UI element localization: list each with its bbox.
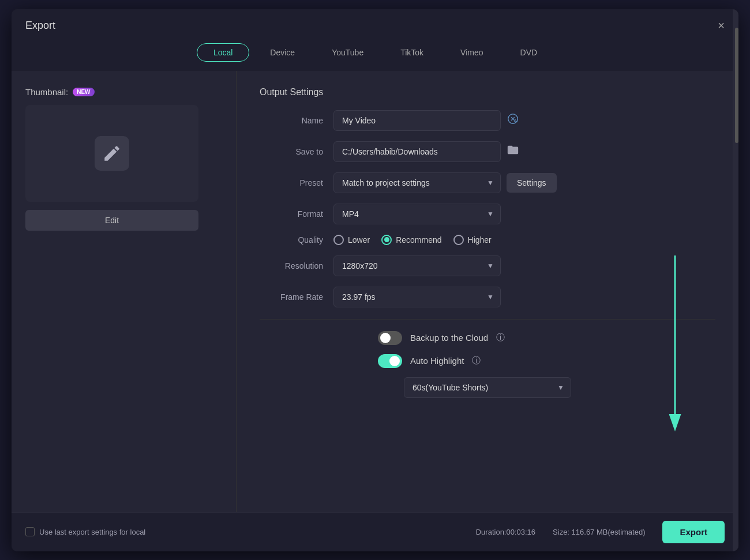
format-label: Format (260, 209, 323, 219)
frame-rate-select-wrapper: 23.97 fps ▼ (333, 287, 501, 307)
quality-lower-radio[interactable] (333, 235, 344, 245)
format-row: Format MP4 ▼ (260, 204, 715, 224)
resolution-label: Resolution (260, 261, 323, 270)
svg-text:AI: AI (514, 118, 518, 123)
quality-lower[interactable]: Lower (333, 235, 370, 245)
quality-recommend-radio[interactable] (381, 235, 392, 245)
scrollbar-track[interactable] (733, 71, 738, 512)
tab-device[interactable]: Device (254, 43, 311, 62)
content-area: Thumbnail: NEW Edit Output Settings Name (12, 71, 738, 512)
checkbox-wrap: Use last export settings for local (25, 527, 145, 536)
dialog-title: Export (25, 20, 55, 32)
quality-recommend-dot (384, 237, 389, 242)
backup-toggle[interactable] (378, 331, 402, 345)
export-button[interactable]: Export (662, 521, 725, 543)
thumbnail-preview (25, 105, 198, 202)
title-bar: Export × (12, 9, 738, 39)
section-title: Output Settings (260, 87, 715, 97)
thumbnail-icon (95, 136, 129, 171)
quality-higher[interactable]: Higher (453, 235, 492, 245)
bottom-info: Duration:00:03:16 Size: 116.67 MB(estima… (476, 521, 725, 543)
resolution-select-wrapper: 1280x720 ▼ (333, 255, 501, 276)
tab-youtube[interactable]: YouTube (316, 43, 380, 62)
save-to-row: Save to (260, 141, 715, 162)
frame-rate-select[interactable]: 23.97 fps (333, 287, 501, 307)
auto-highlight-toggle-row: Auto Highlight ⓘ (260, 354, 715, 368)
highlight-dropdown-row: 60s(YouTube Shorts) ▼ (260, 377, 715, 398)
backup-help-icon[interactable]: ⓘ (496, 332, 505, 343)
edit-button[interactable]: Edit (25, 210, 198, 231)
duration-label: Duration:00:03:16 (476, 528, 535, 536)
tab-tiktok[interactable]: TikTok (384, 43, 440, 62)
arrow-annotation (640, 255, 710, 440)
backup-toggle-knob (380, 333, 391, 343)
name-input[interactable] (333, 110, 501, 131)
checkbox-label: Use last export settings for local (39, 528, 145, 536)
highlight-select[interactable]: 60s(YouTube Shorts) (404, 377, 571, 398)
frame-rate-row: Frame Rate 23.97 fps ▼ (260, 287, 715, 307)
folder-icon[interactable] (507, 144, 519, 159)
quality-higher-radio[interactable] (453, 235, 464, 245)
resolution-row: Resolution 1280x720 ▼ (260, 255, 715, 276)
preset-select[interactable]: Match to project settings (333, 172, 501, 193)
right-panel: Output Settings Name AI Save to (237, 71, 738, 512)
backup-toggle-row: Backup to the Cloud ⓘ (260, 331, 715, 345)
new-badge: NEW (73, 88, 94, 96)
last-export-checkbox[interactable] (25, 527, 35, 536)
quality-higher-label: Higher (468, 235, 492, 245)
ai-icon[interactable]: AI (507, 112, 519, 128)
save-to-label: Save to (260, 147, 323, 156)
auto-highlight-toggle-wrap: Auto Highlight ⓘ (378, 354, 597, 368)
quality-recommend-label: Recommend (396, 235, 441, 245)
scrollbar-thumb (735, 71, 738, 143)
tab-vimeo[interactable]: Vimeo (444, 43, 499, 62)
preset-label: Preset (260, 178, 323, 187)
quality-label: Quality (260, 235, 323, 245)
quality-lower-label: Lower (348, 235, 370, 245)
backup-toggle-wrap: Backup to the Cloud ⓘ (378, 331, 597, 345)
quality-options: Lower Recommend Higher (333, 235, 492, 245)
format-select[interactable]: MP4 (333, 204, 501, 224)
auto-highlight-help-icon[interactable]: ⓘ (472, 355, 481, 366)
format-select-wrapper: MP4 ▼ (333, 204, 501, 224)
divider (260, 319, 715, 320)
tab-dvd[interactable]: DVD (504, 43, 554, 62)
quality-row: Quality Lower Recommend Higher (260, 235, 715, 245)
save-to-input[interactable] (333, 141, 501, 162)
quality-recommend[interactable]: Recommend (381, 235, 441, 245)
preset-row: Preset Match to project settings ▼ Setti… (260, 172, 715, 193)
name-row: Name AI (260, 110, 715, 131)
highlight-select-wrapper: 60s(YouTube Shorts) ▼ (404, 377, 571, 398)
tab-local[interactable]: Local (197, 43, 249, 62)
left-panel: Thumbnail: NEW Edit (12, 71, 237, 512)
frame-rate-label: Frame Rate (260, 292, 323, 302)
tabs-bar: Local Device YouTube TikTok Vimeo DVD (12, 39, 738, 71)
backup-label: Backup to the Cloud (410, 333, 488, 343)
bottom-bar: Use last export settings for local Durat… (12, 512, 738, 551)
auto-highlight-label: Auto Highlight (410, 356, 464, 366)
size-label: Size: 116.67 MB(estimated) (553, 528, 645, 536)
auto-highlight-toggle-knob (389, 356, 400, 366)
resolution-select[interactable]: 1280x720 (333, 255, 501, 276)
close-button[interactable]: × (718, 20, 725, 31)
name-label: Name (260, 116, 323, 125)
settings-button[interactable]: Settings (507, 173, 557, 193)
edit-icon (102, 144, 122, 163)
auto-highlight-toggle[interactable] (378, 354, 402, 368)
preset-select-wrapper: Match to project settings ▼ (333, 172, 501, 193)
export-dialog: Export × Local Device YouTube TikTok Vim… (12, 9, 738, 551)
thumbnail-label: Thumbnail: NEW (25, 87, 95, 97)
